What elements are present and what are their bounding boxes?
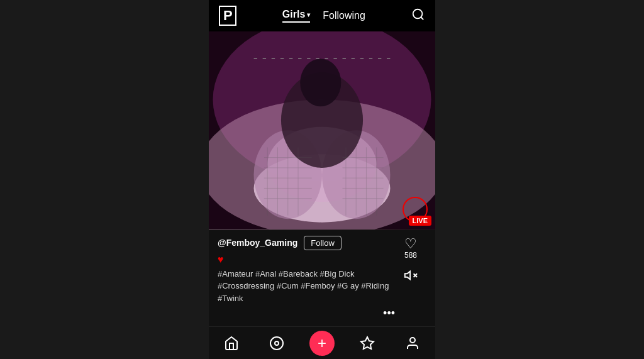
post-info-row: @Femboy_Gaming Follow ♥ #Amateur #Anal #… xyxy=(218,236,426,321)
like-heart-icon: ♡ xyxy=(404,237,417,251)
content-area: @Femboy_Gaming Follow ♥ #Amateur #Anal #… xyxy=(209,229,435,327)
more-options[interactable]: ••• xyxy=(218,307,395,320)
add-icon: + xyxy=(318,334,326,352)
svg-point-34 xyxy=(275,341,279,345)
like-count: 588 xyxy=(404,251,417,260)
svg-marker-30 xyxy=(405,271,410,279)
video-thumbnail xyxy=(209,31,435,229)
svg-marker-35 xyxy=(361,337,374,349)
nav-favorites[interactable] xyxy=(345,336,390,351)
svg-point-33 xyxy=(270,337,283,350)
category-caret: ▾ xyxy=(307,11,310,18)
category-label: Girls xyxy=(282,9,305,20)
phone-container: P Girls ▾ Following xyxy=(209,0,435,359)
bottom-navigation: + xyxy=(209,326,435,359)
user-row: @Femboy_Gaming Follow xyxy=(218,236,395,250)
nav-profile[interactable] xyxy=(390,336,435,351)
svg-point-0 xyxy=(413,9,423,18)
mute-icon[interactable] xyxy=(404,268,418,285)
video-area[interactable]: LIVE xyxy=(209,31,435,229)
nav-home[interactable] xyxy=(209,336,254,351)
live-badge-container: LIVE xyxy=(402,197,428,222)
nav-center: Girls ▾ Following xyxy=(282,9,365,23)
username[interactable]: @Femboy_Gaming xyxy=(218,238,297,248)
live-circle: LIVE xyxy=(402,197,428,222)
category-selector[interactable]: Girls ▾ xyxy=(282,9,310,23)
user-info: @Femboy_Gaming Follow xyxy=(218,236,341,250)
live-badge: LIVE xyxy=(409,216,431,226)
post-left-content: @Femboy_Gaming Follow ♥ #Amateur #Anal #… xyxy=(218,236,395,321)
add-button[interactable]: + xyxy=(309,331,335,356)
right-actions: ♡ 588 xyxy=(395,236,426,321)
follow-button[interactable]: Follow xyxy=(304,236,341,250)
top-navigation: P Girls ▾ Following xyxy=(209,0,435,31)
app-logo: P xyxy=(219,6,236,26)
nav-explore[interactable] xyxy=(254,336,299,351)
svg-point-10 xyxy=(300,58,341,106)
search-icon[interactable] xyxy=(411,8,425,25)
nav-add[interactable]: + xyxy=(299,331,345,356)
liked-heart[interactable]: ♥ xyxy=(218,254,395,265)
like-section[interactable]: ♡ 588 xyxy=(404,237,417,260)
svg-line-1 xyxy=(421,17,423,19)
post-tags: #Amateur #Anal #Bareback #Big Dick #Cros… xyxy=(218,268,395,305)
following-tab[interactable]: Following xyxy=(323,10,365,21)
svg-point-36 xyxy=(410,338,415,343)
